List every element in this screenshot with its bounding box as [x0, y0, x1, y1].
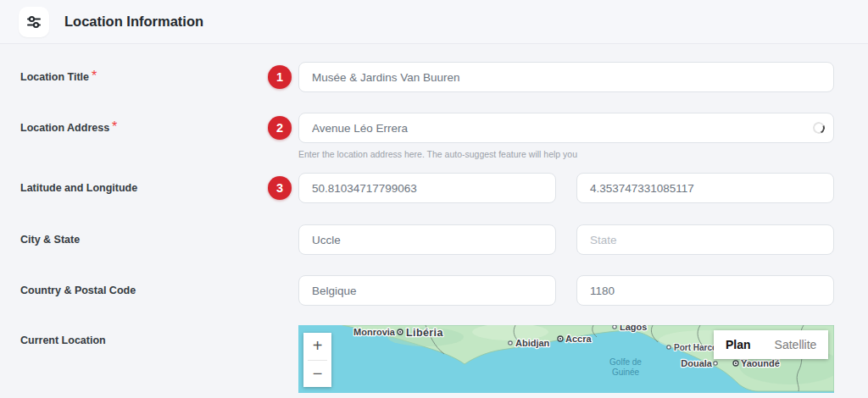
annotation-badge-1: 1 [268, 65, 292, 89]
current-location-label: Current Location [20, 334, 106, 346]
map-type-satellite-button[interactable]: Satellite [763, 330, 829, 359]
map-label-liberia: Libéria [406, 327, 443, 339]
map-label-yaounde: Yaoundé [741, 358, 780, 368]
postal-code-input[interactable] [576, 275, 834, 306]
map-label-accra: Accra [565, 334, 592, 344]
row-location-title: Location Title* 1 [0, 62, 868, 92]
row-lat-lng: Latitude and Longitude 3 [0, 173, 868, 203]
required-asterisk: * [112, 119, 117, 134]
row-location-address: Location Address* 2 Enter the location a… [0, 113, 868, 159]
location-address-label: Location Address [20, 122, 109, 134]
location-title-input[interactable] [298, 62, 834, 92]
map-label-lagos: Lagos [620, 325, 647, 332]
panel-header: Location Information [0, 0, 868, 44]
row-country-postal: Country & Postal Code [0, 275, 868, 306]
map-canvas[interactable]: Monrovia Libéria Abidjan Accra Lagos Por… [298, 325, 834, 393]
required-asterisk: * [92, 69, 97, 83]
map-label-monrovia: Monrovia [353, 327, 396, 337]
map-type-plan-button[interactable]: Plan [714, 330, 763, 359]
row-current-location: Current Location [0, 325, 868, 393]
address-help-text: Enter the location address here. The aut… [298, 149, 834, 159]
map-zoom-control: + − [303, 333, 331, 387]
longitude-input[interactable] [576, 173, 834, 203]
location-title-label: Location Title [20, 71, 89, 83]
location-information-panel: Location Information Location Title* 1 L… [0, 0, 868, 393]
location-address-input[interactable] [298, 113, 834, 143]
annotation-badge-3: 3 [268, 176, 292, 200]
country-postal-label: Country & Postal Code [20, 285, 136, 296]
map-label-douala: Douala [681, 358, 713, 368]
map-label-abidjan: Abidjan [515, 338, 550, 348]
zoom-in-button[interactable]: + [303, 333, 331, 360]
map-type-control: Plan Satellite [714, 330, 828, 359]
lat-lng-label: Latitude and Longitude [20, 182, 137, 194]
map-label-gulf-1: Golfe de [609, 357, 642, 367]
page-title: Location Information [64, 14, 203, 30]
map-label-gulf-2: Guinée [612, 368, 640, 377]
row-city-state: City & State [0, 224, 868, 255]
annotation-badge-2: 2 [268, 116, 292, 140]
country-input[interactable] [298, 275, 556, 306]
latitude-input[interactable] [298, 173, 556, 203]
sliders-icon [19, 7, 49, 37]
state-input[interactable] [576, 224, 834, 255]
city-input[interactable] [298, 224, 556, 255]
city-state-label: City & State [20, 234, 80, 246]
zoom-out-button[interactable]: − [303, 361, 331, 388]
location-form: Location Title* 1 Location Address* 2 En… [0, 44, 868, 393]
